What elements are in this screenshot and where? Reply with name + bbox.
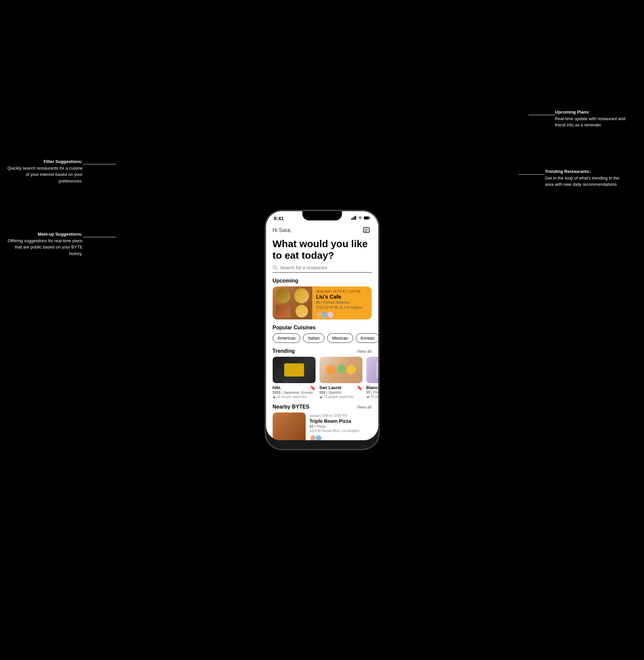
trending-saves-bianca: 30 people s... (366, 395, 378, 398)
upcoming-date: January 26th at 2:00 PM (316, 290, 368, 293)
trending-card-header-bianca: Bianca (366, 385, 378, 390)
message-icon[interactable] (361, 225, 372, 236)
svg-rect-3 (355, 216, 356, 220)
trending-price-bianca: $$ | French, It... (366, 390, 378, 394)
wifi-icon (358, 215, 363, 221)
annotation-upcoming: Upcoming Plans: Real-time update with re… (555, 109, 627, 128)
nearby-avatars-triplebream (309, 434, 372, 440)
trending-name-sanlaurel: San Laurel (320, 385, 341, 390)
search-icon (273, 265, 278, 270)
upcoming-tags: $$ | Chinese, Bakeries (316, 301, 368, 304)
nearby-date-triplebream: January 28th at 12:00 PM (309, 414, 372, 418)
bookmark-icon-sanlaurel[interactable]: 🔖 (357, 385, 363, 391)
annotation-line-upcoming (528, 115, 555, 115)
status-icons (351, 215, 370, 221)
annotation-line-meetup (83, 237, 116, 237)
nearby-name-triplebream: Triple Beam Pizza (309, 418, 372, 424)
phone-frame: 9:41 (266, 211, 378, 449)
search-bar[interactable] (273, 265, 372, 273)
trending-img-sanlaurel (320, 357, 363, 383)
nearby-title: Nearby BYTES (273, 404, 309, 410)
signal-icon (351, 215, 356, 221)
upcoming-avatars (316, 311, 368, 319)
upcoming-image (273, 286, 312, 320)
annotation-filter: Filter Suggestions: Quickly search resta… (7, 158, 83, 184)
trending-card-bianca[interactable]: Bianca $$ | French, It... 30 people s... (366, 357, 378, 399)
svg-rect-7 (369, 217, 370, 219)
trending-card-sanlaurel[interactable]: San Laurel 🔖 $$$ | Spanish 72 people sav… (320, 357, 363, 399)
annotation-line-trending (519, 174, 545, 174)
screen-content[interactable]: Hi Sara, What would you like to eat toda… (266, 222, 378, 440)
nearby-address-triplebream: 1818 W Sunset Blvd, Los Angeles (309, 429, 372, 433)
trending-img-bianca (366, 357, 378, 383)
cuisine-italian[interactable]: Italian (303, 333, 324, 343)
app-header: Hi Sara, (266, 222, 378, 237)
phone-screen: 9:41 (266, 211, 378, 440)
trending-title: Trending (273, 348, 295, 354)
trending-price-hibi: $$$$ | Japanese, Korean (273, 391, 316, 394)
trending-section-header: Trending View all (266, 348, 378, 357)
bookmark-icon-hibi[interactable]: 🔖 (310, 385, 316, 391)
status-time: 9:41 (274, 215, 284, 221)
trending-name-hibi: hibi. (273, 385, 281, 390)
trending-saves-sanlaurel: 72 people saved this (320, 395, 363, 399)
svg-point-4 (360, 219, 361, 220)
trending-saves-hibi: 15 people saved this (273, 395, 316, 399)
annotation-trending: Trending Restaurants: Get in the loop of… (545, 168, 627, 188)
trending-card-header-sanlaurel: San Laurel 🔖 (320, 385, 363, 391)
search-input[interactable] (280, 265, 371, 270)
svg-line-10 (276, 268, 277, 269)
trending-list: hibi. 🔖 $$$$ | Japanese, Korean 15 peopl… (266, 357, 378, 404)
annotation-meetup: Meet-up Suggestions: Offering suggestion… (7, 231, 83, 257)
headline: What would you like to eat today? (266, 237, 378, 265)
upcoming-info: January 26th at 2:00 PM Liu's Cafe $$ | … (312, 286, 372, 320)
trending-view-all[interactable]: View all (357, 349, 372, 354)
nearby-info-triplebream: January 28th at 12:00 PM Triple Beam Piz… (309, 412, 372, 440)
svg-rect-0 (351, 218, 352, 220)
svg-rect-1 (352, 217, 353, 220)
svg-rect-8 (363, 228, 369, 232)
notch (302, 211, 342, 220)
nearby-img-triplebream (273, 412, 306, 440)
upcoming-section-title: Upcoming (266, 278, 378, 286)
svg-rect-6 (364, 217, 369, 219)
popular-cuisines-title: Popular Cuisines (266, 325, 378, 333)
greeting: Hi Sara, (273, 227, 292, 233)
upcoming-address: 3915 1/2 W 6th St, Los Angeles (316, 306, 368, 309)
cuisine-american[interactable]: American (273, 333, 301, 343)
svg-rect-2 (354, 216, 355, 220)
cuisine-korean[interactable]: Korean (356, 333, 378, 343)
annotation-line-filter (83, 164, 116, 164)
battery-icon (364, 215, 370, 221)
avatar-3 (327, 311, 334, 319)
trending-name-bianca: Bianca (366, 385, 378, 390)
upcoming-restaurant-name: Liu's Cafe (316, 294, 368, 300)
trending-card-header-hibi: hibi. 🔖 (273, 385, 316, 391)
avatar-tb-2 (315, 434, 322, 440)
cuisine-mexican[interactable]: Mexican (327, 333, 353, 343)
nearby-section-header: Nearby BYTES View all (266, 404, 378, 412)
trending-img-hibi (273, 357, 316, 383)
trending-card-hibi[interactable]: hibi. 🔖 $$$$ | Japanese, Korean 15 peopl… (273, 357, 316, 399)
nearby-card-triplebream[interactable]: January 28th at 12:00 PM Triple Beam Piz… (273, 412, 372, 440)
nearby-tags-triplebream: $$ | Pizza (309, 424, 372, 428)
nearby-view-all[interactable]: View all (357, 405, 372, 409)
status-bar: 9:41 (266, 211, 378, 222)
upcoming-card[interactable]: January 26th at 2:00 PM Liu's Cafe $$ | … (273, 286, 372, 320)
trending-price-sanlaurel: $$$ | Spanish (320, 391, 363, 394)
cuisine-filters: American Italian Mexican Korean Ch... (266, 333, 378, 348)
